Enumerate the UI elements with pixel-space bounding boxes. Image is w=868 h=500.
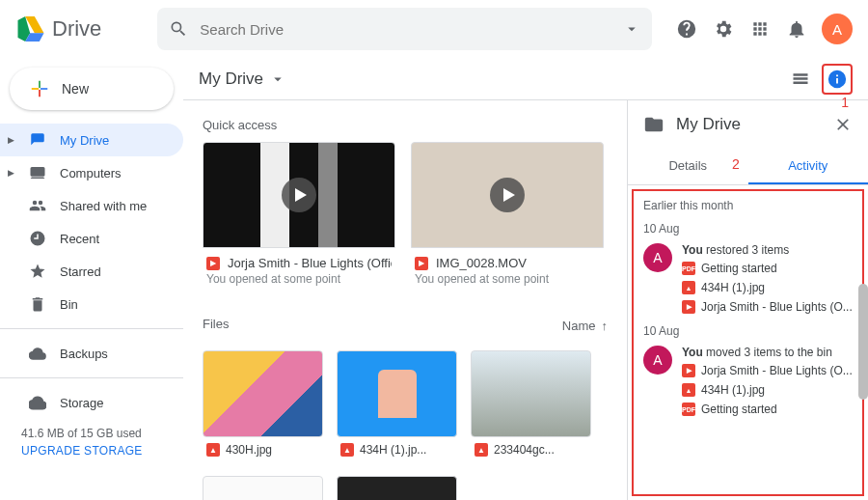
info-icon[interactable] (826, 68, 849, 91)
annotation-1: 1 (841, 95, 849, 110)
avatar[interactable]: A (822, 14, 853, 44)
gear-icon[interactable] (712, 17, 735, 41)
breadcrumb[interactable]: My Drive (199, 69, 286, 89)
video-icon: ▶ (415, 257, 428, 270)
file-tile[interactable] (203, 476, 323, 500)
section-quick-access: Quick access (203, 118, 608, 132)
panel-title: My Drive (676, 115, 822, 134)
nav-list: ▶My Drive ▶Computers Shared with me Rece… (0, 124, 183, 419)
activity-file[interactable]: PDFGetting started (682, 400, 853, 419)
new-button[interactable]: New (10, 68, 174, 110)
nav-bin[interactable]: Bin (0, 288, 183, 320)
bell-icon[interactable] (785, 17, 808, 41)
sort-button[interactable]: Name↑ (562, 319, 608, 333)
toolbar: My Drive (183, 58, 868, 100)
image-icon: ▲ (475, 443, 488, 457)
activity-list: Earlier this month 10 AugAYou restored 3… (632, 189, 864, 496)
avatar: A (643, 243, 672, 272)
file-tile[interactable] (337, 476, 457, 500)
sidebar: New ▶My Drive ▶Computers Shared with me … (0, 58, 183, 500)
folder-icon (643, 114, 665, 135)
vid-icon: ▶ (682, 364, 695, 377)
vid-icon: ▶ (682, 300, 695, 314)
info-button-highlight (822, 64, 853, 95)
video-icon: ▶ (206, 257, 220, 270)
close-icon[interactable] (833, 115, 853, 134)
pdf-icon: PDF (682, 262, 695, 275)
storage-info: 41.6 MB of 15 GB used UPGRADE STORAGE (0, 419, 183, 465)
chevron-down-icon (269, 70, 286, 88)
tab-activity[interactable]: Activity (748, 149, 869, 184)
section-files: Files (203, 317, 229, 331)
video-thumb (411, 142, 604, 248)
file-tile[interactable]: ▲430H.jpg (203, 350, 323, 462)
nav-my-drive[interactable]: ▶My Drive (0, 124, 183, 156)
file-tile[interactable]: ▲233404gc... (471, 350, 591, 462)
app-name: Drive (52, 16, 101, 42)
image-icon: ▲ (340, 443, 354, 457)
play-icon (490, 178, 525, 212)
nav-backups[interactable]: Backups (0, 337, 183, 370)
help-icon[interactable] (675, 17, 698, 41)
plus-icon (29, 78, 50, 99)
img-icon: ▲ (682, 383, 695, 397)
list-view-icon[interactable] (789, 68, 812, 91)
apps-icon[interactable] (748, 17, 772, 41)
activity-file[interactable]: ▶Jorja Smith - Blue Lights (O... (682, 297, 853, 317)
video-thumb (203, 142, 395, 248)
img-icon: ▲ (682, 281, 695, 294)
avatar: A (643, 346, 672, 375)
qa-card[interactable]: ▶IMG_0028.MOVYou opened at some point (411, 142, 604, 293)
nav-starred[interactable]: Starred (0, 255, 183, 288)
panel-tabs: Details Activity 2 (628, 149, 868, 185)
search-bar[interactable] (157, 8, 652, 50)
activity-file[interactable]: ▲434H (1).jpg (682, 380, 853, 400)
activity-file[interactable]: PDFGetting started (682, 259, 853, 278)
nav-shared[interactable]: Shared with me (0, 189, 183, 222)
file-area: Quick access ▶Jorja Smith - Blue Lights … (183, 100, 627, 500)
pdf-icon: PDF (682, 403, 695, 416)
nav-computers[interactable]: ▶Computers (0, 156, 183, 189)
nav-storage[interactable]: Storage (0, 386, 183, 419)
search-input[interactable] (200, 21, 611, 38)
header: Drive A (0, 0, 868, 58)
file-tile[interactable]: ▲434H (1).jp... (337, 350, 457, 462)
activity-file[interactable]: ▶Jorja Smith - Blue Lights (O... (682, 361, 853, 380)
upgrade-link[interactable]: UPGRADE STORAGE (21, 444, 162, 458)
logo[interactable]: Drive (15, 16, 101, 42)
activity-file[interactable]: ▲434H (1).jpg (682, 278, 853, 297)
header-icons: A (675, 14, 853, 44)
activity-event: AYou moved 3 items to the bin▶Jorja Smit… (643, 346, 853, 419)
search-icon (169, 19, 188, 39)
play-icon (282, 178, 316, 212)
tab-details[interactable]: Details (628, 149, 748, 184)
annotation-2: 2 (732, 156, 740, 172)
qa-card[interactable]: ▶Jorja Smith - Blue Lights (Offici...You… (203, 142, 395, 293)
details-panel: My Drive Details Activity 2 Earlier this… (627, 100, 868, 500)
image-icon: ▲ (206, 443, 220, 457)
activity-event: AYou restored 3 itemsPDFGetting started▲… (643, 243, 853, 317)
arrow-up-icon: ↑ (602, 319, 609, 333)
dropdown-icon[interactable] (623, 20, 640, 38)
nav-recent[interactable]: Recent (0, 222, 183, 255)
main: My Drive Quick access ▶Jorja Smith - Blu… (183, 58, 868, 500)
drive-logo-icon (15, 16, 44, 42)
scrollbar[interactable] (858, 284, 868, 400)
